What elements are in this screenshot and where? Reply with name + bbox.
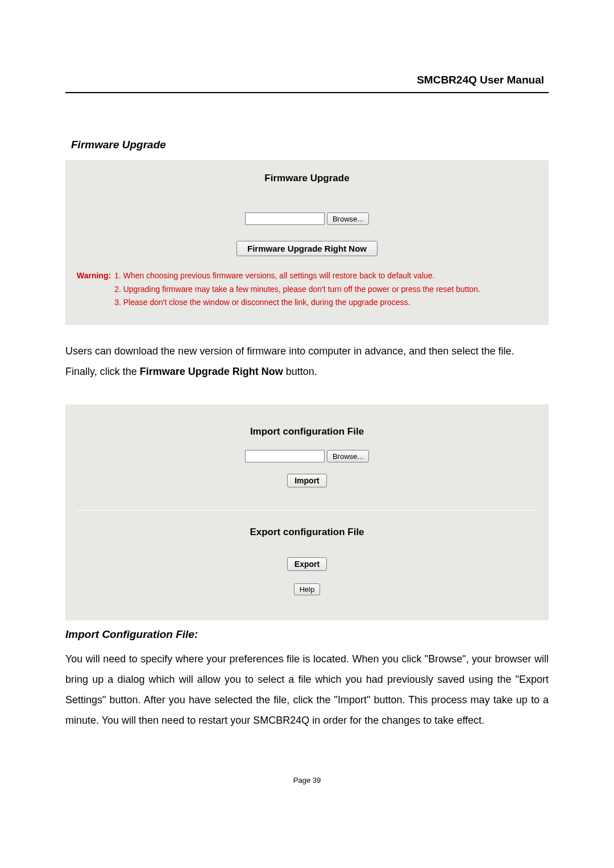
import-config-heading: Import Configuration File: <box>65 628 549 641</box>
help-button[interactable]: Help <box>294 583 321 595</box>
import-export-panel: Import configuration File Browse... Impo… <box>65 404 549 620</box>
firmware-upgrade-button[interactable]: Firmware Upgrade Right Now <box>237 241 377 256</box>
header-divider <box>65 92 549 93</box>
import-export-divider <box>76 510 538 511</box>
warning-line-1: 1. When choosing previous firmware versi… <box>114 270 480 282</box>
page-footer: Page 39 <box>65 776 549 784</box>
firmware-upgrade-panel: Firmware Upgrade Browse... Firmware Upgr… <box>65 160 549 325</box>
firmware-panel-title: Firmware Upgrade <box>76 173 538 184</box>
import-browse-button[interactable]: Browse... <box>327 450 369 462</box>
import-file-input[interactable] <box>245 450 325 462</box>
firmware-browse-button[interactable]: Browse... <box>327 212 369 225</box>
export-config-title: Export configuration File <box>76 527 538 538</box>
manual-header-title: SMCBR24Q User Manual <box>65 74 549 86</box>
warning-label: Warning: <box>77 270 113 282</box>
firmware-file-row: Browse... <box>76 212 538 225</box>
warning-line-2: 2. Upgrading firmware may take a few min… <box>114 283 480 296</box>
import-config-paragraph: You will need to specify where your pref… <box>65 649 549 731</box>
export-button[interactable]: Export <box>287 557 327 571</box>
firmware-warning-block: Warning: 1. When choosing previous firmw… <box>76 269 538 310</box>
firmware-description-paragraph: Users can download the new version of fi… <box>65 341 549 382</box>
body1-post: button. <box>283 366 317 377</box>
firmware-upgrade-heading: Firmware Upgrade <box>71 139 549 151</box>
import-config-title: Import configuration File <box>76 426 538 437</box>
import-button[interactable]: Import <box>287 474 327 487</box>
import-config-heading-colon: : <box>194 628 198 640</box>
firmware-file-input[interactable] <box>245 212 325 225</box>
body1-bold: Firmware Upgrade Right Now <box>140 366 283 377</box>
import-config-heading-text: Import Configuration File <box>65 628 194 640</box>
warning-line-3: 3. Please don't close the window or disc… <box>114 297 480 309</box>
